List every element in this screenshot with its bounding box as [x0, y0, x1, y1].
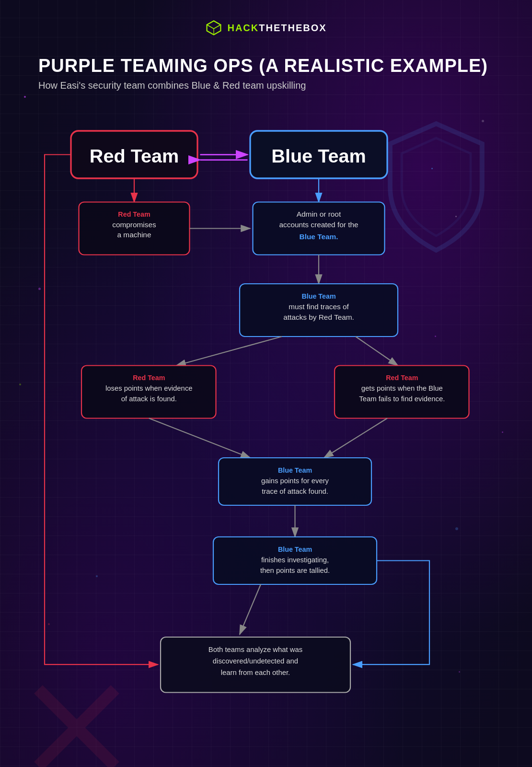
logo-the: THE — [259, 23, 281, 33]
svg-text:Red Team: Red Team — [133, 374, 165, 382]
svg-text:gets points when the Blue: gets points when the Blue — [361, 384, 443, 392]
svg-text:must find traces of: must find traces of — [289, 302, 349, 311]
svg-text:of attack is found.: of attack is found. — [121, 395, 177, 403]
svg-line-47 — [324, 418, 387, 458]
svg-text:learn from each other.: learn from each other. — [221, 669, 290, 676]
main-title: PURPLE TEAMING OPS (A REALISTIC EXAMPLE) — [38, 56, 503, 76]
htb-logo: HACKTHETHEBOX — [205, 19, 326, 36]
dot-1 — [24, 96, 26, 98]
svg-line-36 — [176, 337, 282, 366]
svg-line-37 — [356, 337, 398, 366]
svg-text:a machine: a machine — [117, 231, 151, 239]
title-section: PURPLE TEAMING OPS (A REALISTIC EXAMPLE)… — [29, 56, 503, 91]
svg-text:then points are tallied.: then points are tallied. — [260, 567, 330, 574]
shield-watermark — [379, 115, 494, 259]
logo-box: THEBOX — [281, 23, 326, 33]
htb-logo-icon — [205, 19, 222, 36]
flowchart-wrapper: Red Team Blue Team Red Team compromises … — [29, 115, 503, 767]
dot-5 — [19, 384, 21, 385]
svg-text:Admin or root: Admin or root — [297, 210, 341, 218]
subtitle: How Easi's security team combines Blue &… — [38, 80, 503, 91]
svg-text:Blue Team.: Blue Team. — [300, 232, 338, 241]
logo-hack: HACK — [227, 23, 259, 33]
svg-text:compromises: compromises — [112, 221, 156, 229]
svg-text:Blue Team: Blue Team — [271, 145, 366, 166]
svg-text:Both teams analyze what was: Both teams analyze what was — [208, 646, 302, 653]
svg-line-61 — [240, 584, 261, 635]
svg-line-3 — [207, 25, 214, 29]
svg-text:Blue Team: Blue Team — [301, 292, 335, 300]
svg-text:Blue Team: Blue Team — [278, 546, 312, 553]
svg-text:trace of attack found.: trace of attack found. — [262, 488, 328, 495]
svg-text:gains points for every: gains points for every — [261, 477, 329, 485]
svg-text:attacks by Red Team.: attacks by Red Team. — [283, 313, 354, 321]
page-wrapper: HACKTHETHEBOX PURPLE TEAMING OPS (A REAL… — [0, 0, 532, 767]
svg-text:accounts created for the: accounts created for the — [279, 221, 358, 229]
header: HACKTHETHEBOX — [29, 19, 503, 36]
svg-line-4 — [214, 25, 220, 29]
svg-text:loses points when evidence: loses points when evidence — [105, 384, 193, 392]
svg-text:Blue Team: Blue Team — [278, 466, 312, 474]
svg-text:Red Team: Red Team — [118, 210, 150, 218]
svg-line-46 — [149, 418, 250, 458]
svg-marker-1 — [207, 21, 221, 29]
cross-watermark — [29, 680, 125, 767]
svg-text:Red Team: Red Team — [90, 145, 179, 166]
svg-text:finishes investigating,: finishes investigating, — [261, 556, 329, 564]
svg-text:Team fails to find evidence.: Team fails to find evidence. — [359, 395, 445, 403]
svg-text:discovered/undetected and: discovered/undetected and — [213, 657, 298, 665]
svg-text:Red Team: Red Team — [386, 374, 418, 382]
